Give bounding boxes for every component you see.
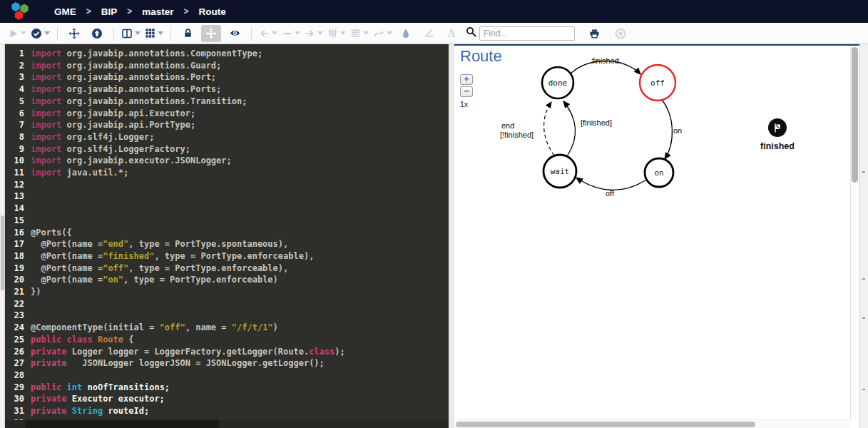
state-label-on: on xyxy=(654,168,663,178)
code-line[interactable]: 11import java.util.*; xyxy=(5,167,449,179)
droplet-fill-icon[interactable] xyxy=(397,25,415,42)
line-number: 30 xyxy=(5,393,24,405)
arrow-left-icon[interactable] xyxy=(259,25,277,42)
code-line[interactable]: 19 @Port(name ="off", type = PortType.en… xyxy=(5,263,449,275)
line-number: 21 xyxy=(5,286,24,298)
edge-wait-to-done-finished[interactable] xyxy=(563,101,576,156)
code-line[interactable]: 16@Ports({ xyxy=(5,227,449,239)
line-number: 25 xyxy=(5,334,24,346)
port-finished[interactable]: finished xyxy=(757,118,798,151)
code-line[interactable]: 13 xyxy=(5,190,449,203)
code-line[interactable]: 15 xyxy=(5,215,449,227)
upload-circle-icon[interactable] xyxy=(88,25,106,42)
code-line[interactable]: 5import org.javabip.annotations.Transiti… xyxy=(5,96,449,108)
grid-layout-icon[interactable] xyxy=(145,25,163,42)
line-number: 12 xyxy=(5,179,24,191)
font-icon[interactable]: A xyxy=(442,25,461,42)
code-line[interactable]: 17 @Port(name ="end", type = PortType.sp… xyxy=(5,238,449,250)
line-number: 5 xyxy=(5,96,24,108)
breadcrumb-project[interactable]: GME xyxy=(54,6,76,17)
code-line[interactable]: 12 xyxy=(5,179,449,191)
panel-vertical-scrollbar[interactable] xyxy=(850,46,859,419)
panel-splitter[interactable] xyxy=(449,44,454,428)
code-line[interactable]: 3import org.javabip.annotations.Port; xyxy=(5,71,449,83)
code-line[interactable]: 4import org.javabip.annotations.Ports; xyxy=(5,83,449,96)
code-line[interactable]: 28 xyxy=(5,370,449,382)
state-label-done: done xyxy=(548,78,568,88)
code-line[interactable]: 2import org.javabip.annotations.Guard; xyxy=(5,60,449,72)
menu-lines-icon[interactable] xyxy=(350,25,369,42)
editor-horizontal-scrollbar[interactable] xyxy=(5,420,449,428)
dash-icon[interactable] xyxy=(282,25,300,42)
code-text: private JSONLogger loggerJSON = JSONLogg… xyxy=(31,358,325,368)
sliders-icon[interactable] xyxy=(327,25,346,42)
code-line[interactable]: 7import org.javabip.api.PortType; xyxy=(5,119,449,131)
model-visualizer-panel: Route + − 1x finished on off [finished] xyxy=(454,44,859,428)
top-nav: GME > BIP > master > Route xyxy=(0,0,868,23)
edge-on-to-wait[interactable] xyxy=(576,178,646,190)
panel-horizontal-scrollbar-thumb[interactable] xyxy=(456,422,755,427)
code-text: @Port(name ="finished", type = PortType.… xyxy=(31,251,314,261)
move-mode-icon[interactable] xyxy=(201,25,221,42)
run-play-icon[interactable] xyxy=(8,25,26,42)
code-line[interactable]: 31private String routeId; xyxy=(5,405,449,417)
line-number: 10 xyxy=(5,155,24,167)
gme-logo-icon[interactable] xyxy=(9,1,33,21)
code-line[interactable]: 9import org.slf4j.LoggerFactory; xyxy=(5,143,449,156)
code-line[interactable]: 24@ComponentType(initial = "off", name =… xyxy=(5,322,449,334)
find-input[interactable] xyxy=(479,26,575,41)
code-line[interactable]: 23 xyxy=(5,310,449,322)
line-number: 29 xyxy=(5,382,24,394)
code-text: import org.javabip.executor.JSONLogger; xyxy=(31,156,232,165)
code-line[interactable]: 29public int noOfTransitions; xyxy=(5,382,449,394)
code-text: import org.javabip.api.PortType; xyxy=(31,120,195,130)
window-right-scroll-strip[interactable] xyxy=(859,44,868,428)
commit-check-icon[interactable] xyxy=(31,25,50,42)
line-number: 17 xyxy=(5,238,24,250)
code-text: import org.javabip.api.Executor; xyxy=(31,108,195,118)
line-number: 18 xyxy=(5,250,24,263)
code-text: import org.slf4j.Logger; xyxy=(31,132,154,142)
search-icon xyxy=(466,26,476,40)
code-line[interactable]: 26private Logger logger = LoggerFactory.… xyxy=(5,346,449,358)
arrow-right-icon[interactable] xyxy=(305,25,323,42)
code-line[interactable]: 21}) xyxy=(5,286,449,298)
eye-visibility-icon[interactable] xyxy=(225,25,244,42)
scroll-marker xyxy=(862,278,865,280)
code-line[interactable]: 14 xyxy=(5,203,449,215)
breadcrumb-branch[interactable]: master xyxy=(142,6,173,17)
code-line[interactable]: 20 @Port(name ="on", type = PortType.enf… xyxy=(5,274,449,286)
edge-label-off: off xyxy=(606,189,615,198)
code-line[interactable]: 27private JSONLogger loggerJSON = JSONLo… xyxy=(5,357,449,370)
code-line[interactable]: 10import org.javabip.executor.JSONLogger… xyxy=(5,155,449,167)
code-line[interactable]: 22 xyxy=(5,298,449,310)
edge-off-to-on[interactable] xyxy=(662,100,672,159)
angle-icon[interactable] xyxy=(419,25,438,42)
left-mini-scrollbar-thumb[interactable] xyxy=(1,215,4,290)
print-icon[interactable] xyxy=(585,25,603,42)
crosshair-locate-icon[interactable] xyxy=(65,25,83,42)
line-number: 16 xyxy=(5,227,24,239)
code-line[interactable]: 8import org.slf4j.Logger; xyxy=(5,131,449,143)
clear-circle-icon[interactable] xyxy=(611,25,630,42)
code-line[interactable]: 1import org.javabip.annotations.Componen… xyxy=(5,48,449,60)
edge-label-guard-finished: [finished] xyxy=(581,118,612,127)
code-editor[interactable]: 1import org.javabip.annotations.Componen… xyxy=(5,44,449,428)
state-label-off: off xyxy=(650,78,665,88)
breadcrumb-node[interactable]: Route xyxy=(199,6,226,17)
edge-wait-to-done-end[interactable] xyxy=(544,102,554,156)
panel-horizontal-scrollbar[interactable] xyxy=(454,419,850,428)
connection-curve-icon[interactable] xyxy=(373,25,392,42)
code-line[interactable]: 30private Executor executor; xyxy=(5,393,449,405)
breadcrumb-repo[interactable]: BIP xyxy=(101,6,118,17)
lock-icon[interactable] xyxy=(178,25,197,42)
code-line[interactable]: 25public class Route { xyxy=(5,334,449,346)
code-line[interactable]: 6import org.javabip.api.Executor; xyxy=(5,108,449,120)
editor-horizontal-scrollbar-thumb[interactable] xyxy=(25,420,219,428)
left-mini-scrollbar[interactable] xyxy=(0,44,5,428)
code-line[interactable]: 18 @Port(name ="finished", type = PortTy… xyxy=(5,250,449,263)
panel-vertical-scrollbar-thumb[interactable] xyxy=(852,47,858,183)
finish-flag-icon xyxy=(768,118,787,137)
port-label: finished xyxy=(757,141,798,151)
split-view-icon[interactable] xyxy=(121,25,141,42)
